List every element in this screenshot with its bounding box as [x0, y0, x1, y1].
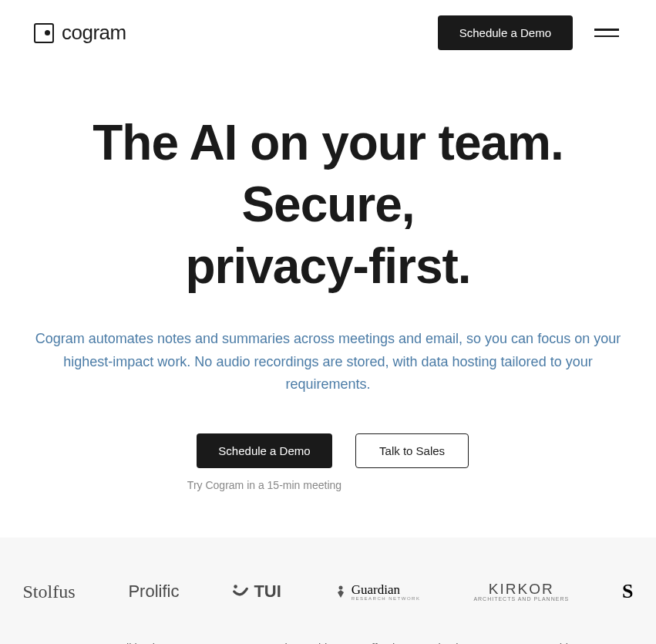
shield-person-icon: [335, 585, 347, 598]
client-logo-stolfus-text: Stolfus: [22, 582, 75, 602]
client-logo-guardian-text: Guardian: [352, 583, 421, 596]
hero-title-line3: privacy-first.: [185, 238, 470, 294]
hero-subtitle: Cogram automates notes and summaries acr…: [35, 328, 621, 396]
hero-title: The AI on your team. Secure, privacy-fir…: [34, 112, 622, 297]
hero-section: The AI on your team. Secure, privacy-fir…: [0, 66, 656, 491]
smile-icon: [232, 583, 249, 600]
client-logo-kirkor: KIRKOR ARCHITECTS AND PLANNERS: [473, 582, 569, 602]
client-logo-guardian-subtext: RESEARCH NETWORK: [352, 596, 421, 601]
client-logo-stolfus: Stolfus: [22, 582, 75, 602]
hamburger-menu-icon[interactable]: [591, 25, 622, 40]
talk-to-sales-button[interactable]: Talk to Sales: [355, 433, 469, 468]
client-logo-guardian: Guardian RESEARCH NETWORK: [335, 583, 421, 601]
schedule-demo-helper: Try Cogram in a 15-min meeting: [187, 479, 341, 491]
hero-title-line2: Secure,: [241, 177, 414, 232]
primary-cta-column: Schedule a Demo Try Cogram in a 15-min m…: [187, 433, 341, 491]
client-logo-partial: S: [622, 580, 633, 603]
client-logo-partial-text: S: [622, 580, 633, 602]
clients-logo-row: Stolfus Prolific TUI Guardian RESEARCH N…: [0, 580, 656, 603]
hero-title-line1: The AI on your team.: [93, 115, 563, 170]
client-logo-kirkor-subtext: ARCHITECTS AND PLANNERS: [473, 596, 569, 602]
logo[interactable]: cogram: [34, 21, 126, 45]
client-logo-prolific: Prolific: [128, 582, 179, 602]
client-logo-kirkor-text: KIRKOR: [489, 582, 554, 596]
logo-mark-icon: [34, 23, 54, 43]
client-logo-tui: TUI: [232, 582, 281, 602]
schedule-demo-button[interactable]: Schedule a Demo: [197, 433, 331, 468]
logo-text: cogram: [62, 21, 126, 45]
svg-point-1: [338, 586, 342, 590]
header-schedule-demo-button[interactable]: Schedule a Demo: [438, 15, 573, 50]
clients-section: Stolfus Prolific TUI Guardian RESEARCH N…: [0, 538, 656, 644]
client-logo-prolific-text: Prolific: [128, 582, 179, 602]
site-header: cogram Schedule a Demo: [0, 0, 656, 66]
cta-row: Schedule a Demo Try Cogram in a 15-min m…: [34, 433, 622, 491]
svg-point-0: [234, 585, 238, 588]
header-actions: Schedule a Demo: [438, 15, 622, 50]
client-logo-tui-text: TUI: [254, 582, 281, 602]
